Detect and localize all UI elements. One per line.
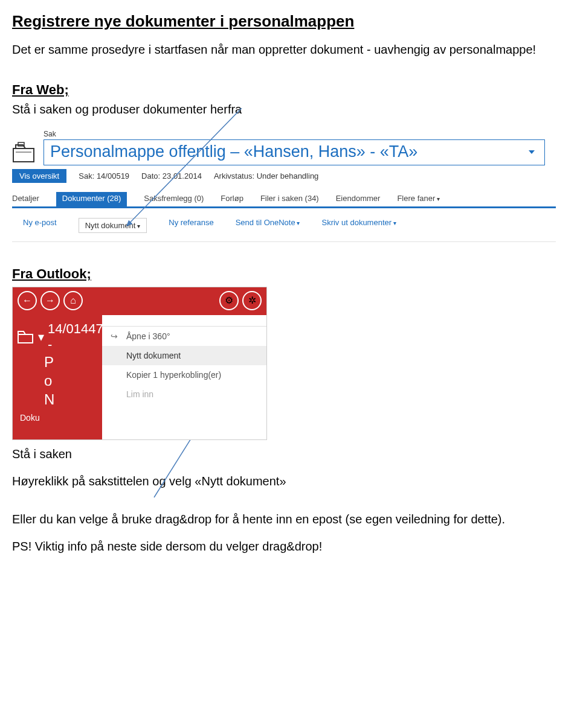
action-ny-epost[interactable]: Ny e-post [23, 218, 57, 233]
tab-detaljer[interactable]: Detaljer [12, 194, 39, 203]
doku-label: Doku [18, 413, 102, 423]
chevron-down-icon [435, 194, 440, 203]
tab-filer[interactable]: Filer i saken (34) [260, 194, 319, 203]
svg-marker-6 [18, 331, 25, 334]
web-screenshot: Sak Personalmappe offentlig – «Hansen, H… [12, 130, 556, 242]
section-fra-outlook: Fra Outlook; [12, 266, 544, 282]
svg-rect-1 [13, 148, 34, 162]
home-icon[interactable]: ⌂ [63, 291, 83, 310]
tab-forlop[interactable]: Forløp [221, 194, 243, 203]
chevron-down-icon [295, 218, 300, 227]
meta-dato: Dato: 23.01.2014 [141, 171, 202, 180]
outlook-instruction-2: Høyreklikk på sakstittelen og velg «Nytt… [12, 473, 544, 490]
tab-flere-faner[interactable]: Flere faner [397, 194, 440, 203]
menu-nytt-dokument[interactable]: Nytt dokument [102, 346, 266, 365]
case-title-text: Personalmappe offentlig – «Hansen, Hans»… [50, 142, 417, 161]
intro-paragraph: Det er samme prosedyre i startfasen når … [12, 42, 544, 58]
vis-oversikt-button[interactable]: Vis oversikt [12, 169, 66, 183]
menu-open-360[interactable]: ↪ Åpne i 360° [102, 327, 266, 346]
chevron-down-icon[interactable] [529, 150, 535, 154]
outlook-screenshot: ← → ⌂ ▾ 14/01447 - P o N Doku [12, 287, 267, 440]
link-icon[interactable]: ✲ [242, 291, 262, 310]
section-fra-web: Fra Web; [12, 82, 544, 98]
menu-lim-inn: Lim inn [102, 385, 266, 404]
dragdrop-instruction: Eller du kan velge å bruke drag&drop for… [12, 511, 544, 528]
case-title-line: N [44, 390, 102, 409]
meta-arkivstatus: Arkivstatus: Under behandling [214, 171, 318, 180]
case-title-line: P [44, 353, 102, 371]
action-skriv-ut[interactable]: Skriv ut dokumenter [321, 218, 396, 233]
web-instruction: Stå i saken og produser dokumenter herfr… [12, 101, 544, 118]
case-title-line: o [44, 371, 102, 390]
meta-sak: Sak: 14/00519 [79, 171, 129, 180]
chevron-down-icon [135, 221, 140, 230]
menu-kopier-hyperkobling[interactable]: Kopier 1 hyperkobling(er) [102, 365, 266, 385]
open-arrow-icon: ↪ [111, 331, 118, 341]
forward-icon[interactable]: → [40, 291, 60, 310]
ps-note: PS! Viktig info på neste side dersom du … [12, 538, 544, 555]
action-send-onenote[interactable]: Send til OneNote [236, 218, 300, 233]
tab-saksfremlegg[interactable]: Saksfremlegg (0) [144, 194, 204, 203]
page-title: Registrere nye dokumenter i personalmapp… [12, 12, 544, 31]
tab-eiendommer[interactable]: Eiendommer [336, 194, 381, 203]
sak-label: Sak [44, 130, 556, 138]
tab-dokumenter[interactable]: Dokumenter (28) [56, 192, 127, 206]
chevron-down-icon [392, 218, 396, 227]
action-nytt-dokument[interactable]: Nytt dokument [79, 218, 147, 233]
folder-open-icon [12, 141, 37, 165]
action-ny-referanse[interactable]: Ny referanse [169, 218, 213, 233]
folder-open-icon [18, 330, 33, 343]
back-icon[interactable]: ← [18, 291, 37, 310]
outlook-instruction-1: Stå i saken [12, 446, 544, 462]
context-menu: ↪ Åpne i 360° Nytt dokument Kopier 1 hyp… [102, 326, 266, 404]
svg-marker-5 [18, 334, 33, 343]
case-title-field[interactable]: Personalmappe offentlig – «Hansen, Hans»… [44, 139, 545, 165]
gear-icon[interactable]: ⚙ [219, 291, 239, 310]
case-number[interactable]: 14/01447 - [48, 321, 103, 353]
